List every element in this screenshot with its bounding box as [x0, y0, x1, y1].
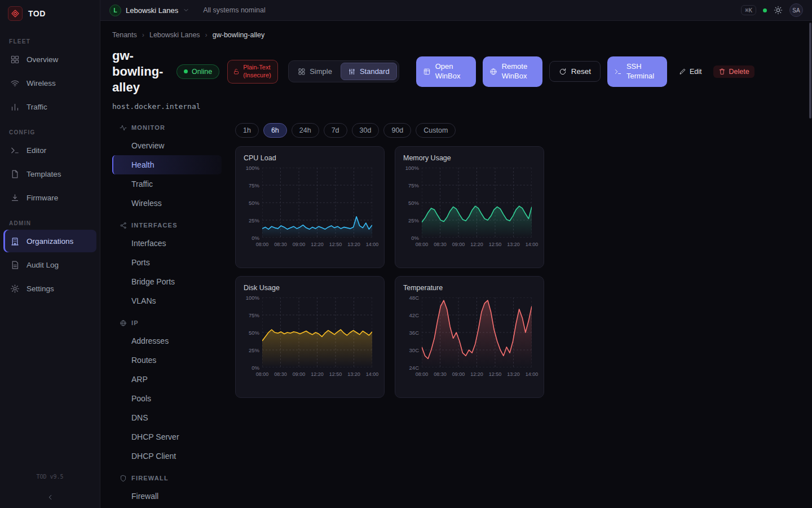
tenant-selector[interactable]: L Lebowski Lanes [109, 5, 189, 16]
ssh-terminal-button[interactable]: SSH Terminal [607, 56, 667, 87]
chart-card-disk-usage: Disk Usage 100%75%50%25%0% 08:0008:3009:… [235, 276, 385, 398]
subnav-item-mangle[interactable]: Mangle [112, 506, 222, 508]
chart-plot-column: 08:0008:3009:0012:2012:5013:2014:00 [262, 168, 372, 248]
device-header: gw-bowling-alley Online Plain-Text (Inse… [112, 48, 798, 95]
time-range-7d[interactable]: 7d [324, 123, 347, 138]
box-icon [423, 68, 431, 76]
scrollbar[interactable] [809, 23, 811, 119]
sidebar-item-label: Templates [27, 170, 61, 178]
time-range-6h[interactable]: 6h [263, 123, 287, 138]
subnav-item-vlans[interactable]: VLANs [112, 291, 222, 310]
view-mode-simple[interactable]: Simple [290, 63, 339, 80]
x-tick-label: 08:00 [416, 371, 429, 377]
subnav-item-ports[interactable]: Ports [112, 253, 222, 272]
subnav-section-label: INTERFACES [131, 222, 178, 229]
content: Tenants Lebowski Lanes gw-bowling-alley … [100, 21, 812, 508]
sidebar-collapse-button[interactable] [0, 487, 100, 508]
delete-button[interactable]: Delete [713, 65, 754, 78]
x-tick-label: 08:00 [416, 242, 429, 247]
subnav-item-health[interactable]: Health [112, 155, 222, 174]
subnav-item-arp[interactable]: ARP [112, 370, 222, 389]
subnav-item-dns[interactable]: DNS [112, 408, 222, 427]
y-tick-label: 50% [249, 200, 259, 206]
edit-button[interactable]: Edit [674, 65, 707, 78]
device-host: host.docker.internal [112, 102, 798, 111]
sidebar-item-audit-log[interactable]: Audit Log [3, 253, 96, 276]
breadcrumb-tenants[interactable]: Tenants [112, 31, 137, 39]
sidebar-item-settings[interactable]: Settings [3, 277, 96, 300]
view-mode-toggle: Simple Standard [288, 60, 399, 82]
x-tick-label: 09:00 [293, 371, 306, 377]
subnav-item-addresses[interactable]: Addresses [112, 331, 222, 351]
y-tick-label: 36C [409, 330, 419, 336]
breadcrumb-tenant[interactable]: Lebowski Lanes [149, 31, 200, 39]
chart-area: 48C42C36C30C24C 08:0008:3009:0012:2012:5… [403, 297, 536, 378]
sidebar-item-editor[interactable]: Editor [3, 139, 96, 161]
sidebar-item-firmware[interactable]: Firmware [3, 186, 96, 209]
view-mode-standard[interactable]: Standard [341, 63, 397, 80]
chart-y-axis: 100%75%50%25%0% [244, 168, 262, 238]
shield-icon [120, 475, 127, 482]
chevron-down-icon [183, 7, 189, 14]
app-logo[interactable]: TOD [0, 0, 100, 27]
app-name: TOD [28, 9, 46, 18]
y-tick-label: 100% [246, 165, 259, 171]
subnav-item-wireless[interactable]: Wireless [112, 194, 222, 213]
time-range-30d[interactable]: 30d [352, 123, 379, 138]
subnav-item-bridge-ports[interactable]: Bridge Ports [112, 272, 222, 291]
chart-card-cpu-load: CPU Load 100%75%50%25%0% 08:0008:3009:00… [235, 146, 385, 268]
breadcrumb: Tenants Lebowski Lanes gw-bowling-alley [112, 31, 798, 39]
x-tick-label: 12:50 [489, 242, 502, 247]
sidebar: TOD FLEET Overview Wireless Traffic CONF… [0, 0, 100, 508]
subnav-item-traffic[interactable]: Traffic [112, 174, 222, 194]
time-range-custom[interactable]: Custom [416, 123, 456, 138]
chart-title: Memory Usage [403, 154, 536, 162]
x-tick-label: 12:50 [489, 371, 502, 377]
subnav-item-pools[interactable]: Pools [112, 389, 222, 408]
health-dot [763, 8, 767, 12]
subnav-item-interfaces[interactable]: Interfaces [112, 234, 222, 253]
x-tick-label: 12:50 [329, 371, 342, 377]
ssh-terminal-label: SSH Terminal [626, 62, 660, 81]
open-winbox-button[interactable]: Open WinBox [416, 56, 476, 87]
subnav-item-firewall[interactable]: Firewall [112, 487, 222, 506]
remote-winbox-button[interactable]: Remote WinBox [483, 56, 542, 87]
subnav-item-overview[interactable]: Overview [112, 136, 222, 155]
user-avatar[interactable]: SA [789, 3, 803, 17]
time-range-24h[interactable]: 24h [292, 123, 319, 138]
sun-icon[interactable] [774, 6, 783, 15]
sidebar-item-label: Traffic [27, 103, 47, 111]
x-tick-label: 09:00 [452, 242, 465, 247]
nodes-icon [120, 222, 127, 229]
chart-x-axis: 08:0008:3009:0012:2012:5013:2014:00 [262, 371, 372, 378]
x-tick-label: 08:00 [256, 371, 269, 377]
bar-chart-icon [10, 102, 20, 112]
subnav-item-dhcp-client[interactable]: DHCP Client [112, 446, 222, 466]
chart-y-axis: 48C42C36C30C24C [403, 297, 422, 367]
topbar: L Lebowski Lanes All systems nominal ⌘K … [100, 0, 812, 21]
download-icon [10, 193, 20, 203]
time-range-1h[interactable]: 1h [235, 123, 259, 138]
x-tick-label: 08:30 [434, 242, 447, 247]
command-palette-shortcut[interactable]: ⌘K [741, 5, 756, 15]
x-tick-label: 12:20 [470, 371, 483, 377]
wifi-icon [10, 78, 20, 88]
gear-icon [10, 284, 20, 294]
main-column: L Lebowski Lanes All systems nominal ⌘K … [100, 0, 812, 508]
sidebar-item-templates[interactable]: Templates [3, 163, 96, 185]
y-tick-label: 100% [246, 295, 259, 301]
diamond-logo-icon [8, 6, 23, 21]
sidebar-item-wireless[interactable]: Wireless [3, 72, 96, 94]
refresh-icon [559, 68, 567, 76]
edit-label: Edit [690, 68, 702, 76]
chart-plot-column: 08:0008:3009:0012:2012:5013:2014:00 [262, 297, 372, 378]
sidebar-item-overview[interactable]: Overview [3, 48, 96, 71]
activity-icon [120, 124, 127, 132]
subnav-item-routes[interactable]: Routes [112, 351, 222, 370]
sidebar-item-organizations[interactable]: Organizations [3, 230, 96, 252]
reset-button[interactable]: Reset [549, 61, 601, 82]
time-range-90d[interactable]: 90d [383, 123, 411, 138]
sidebar-item-traffic[interactable]: Traffic [3, 95, 96, 118]
subnav-item-dhcp-server[interactable]: DHCP Server [112, 427, 222, 446]
app-root: TOD FLEET Overview Wireless Traffic CONF… [0, 0, 812, 508]
